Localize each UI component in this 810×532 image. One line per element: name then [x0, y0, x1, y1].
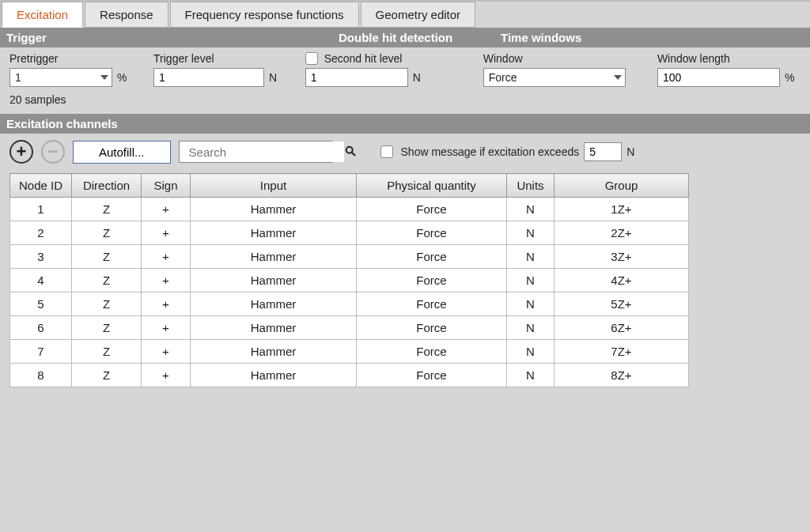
cell-units[interactable]: N — [507, 364, 555, 387]
cell-dir[interactable]: Z — [72, 364, 142, 387]
table-row[interactable]: 2Z+HammerForceN2Z+ — [10, 221, 689, 245]
window-group: Window Force — [483, 52, 642, 106]
band-double-hit: Double hit detection — [339, 31, 469, 44]
cell-dir[interactable]: Z — [72, 340, 142, 364]
cell-node[interactable]: 8 — [10, 364, 72, 387]
search-box[interactable] — [179, 141, 333, 163]
cell-sign[interactable]: + — [142, 245, 191, 269]
cell-group[interactable]: 6Z+ — [555, 316, 689, 340]
window-length-unit: % — [785, 71, 794, 84]
cell-dir[interactable]: Z — [72, 292, 142, 316]
th-input[interactable]: Input — [191, 174, 357, 198]
cell-group[interactable]: 8Z+ — [555, 364, 689, 387]
excitation-toolbar: + − Autofill... Show message if excitati… — [0, 134, 810, 173]
cell-units[interactable]: N — [507, 245, 555, 269]
cell-sign[interactable]: + — [142, 364, 191, 387]
cell-sign[interactable]: + — [142, 269, 191, 292]
cell-units[interactable]: N — [507, 316, 555, 340]
th-direction[interactable]: Direction — [72, 174, 142, 198]
cell-input[interactable]: Hammer — [191, 269, 357, 292]
trigger-level-label: Trigger level — [153, 52, 290, 65]
search-input[interactable] — [184, 141, 344, 162]
cell-sign[interactable]: + — [142, 198, 191, 221]
cell-pq[interactable]: Force — [357, 340, 507, 364]
cell-sign[interactable]: + — [142, 316, 191, 340]
tab-excitation[interactable]: Excitation — [2, 2, 83, 28]
cell-pq[interactable]: Force — [357, 316, 507, 340]
cell-sign[interactable]: + — [142, 292, 191, 316]
cell-node[interactable]: 2 — [10, 221, 72, 245]
minus-icon: − — [48, 141, 59, 162]
th-group[interactable]: Group — [555, 174, 689, 198]
cell-node[interactable]: 1 — [10, 198, 72, 221]
cell-units[interactable]: N — [507, 340, 555, 364]
band-time-windows: Time windows — [501, 31, 581, 44]
table-row[interactable]: 3Z+HammerForceN3Z+ — [10, 245, 689, 269]
cell-sign[interactable]: + — [142, 340, 191, 364]
cell-input[interactable]: Hammer — [191, 292, 357, 316]
cell-node[interactable]: 7 — [10, 340, 72, 364]
cell-node[interactable]: 4 — [10, 269, 72, 292]
pretrigger-subtext: 20 samples — [9, 93, 138, 106]
cell-pq[interactable]: Force — [357, 269, 507, 292]
trigger-area: Pretrigger 1 % 20 samples Trigger level … — [0, 47, 810, 114]
table-row[interactable]: 1Z+HammerForceN1Z+ — [10, 198, 689, 221]
cell-group[interactable]: 2Z+ — [555, 221, 689, 245]
second-hit-checkbox[interactable] — [305, 52, 318, 65]
cell-group[interactable]: 1Z+ — [555, 198, 689, 221]
pretrigger-value: 1 — [15, 71, 21, 84]
cell-pq[interactable]: Force — [357, 198, 507, 221]
cell-input[interactable]: Hammer — [191, 245, 357, 269]
add-button[interactable]: + — [9, 140, 33, 164]
table-row[interactable]: 6Z+HammerForceN6Z+ — [10, 316, 689, 340]
cell-group[interactable]: 7Z+ — [555, 340, 689, 364]
window-label: Window — [483, 52, 642, 65]
second-hit-input[interactable] — [305, 68, 408, 87]
cell-dir[interactable]: Z — [72, 269, 142, 292]
cell-input[interactable]: Hammer — [191, 340, 357, 364]
th-sign[interactable]: Sign — [142, 174, 191, 198]
cell-units[interactable]: N — [507, 292, 555, 316]
cell-units[interactable]: N — [507, 269, 555, 292]
cell-input[interactable]: Hammer — [191, 316, 357, 340]
pretrigger-select[interactable]: 1 — [9, 68, 112, 87]
exceed-value-input[interactable] — [584, 142, 622, 161]
cell-dir[interactable]: Z — [72, 221, 142, 245]
cell-input[interactable]: Hammer — [191, 198, 357, 221]
cell-dir[interactable]: Z — [72, 316, 142, 340]
cell-pq[interactable]: Force — [357, 292, 507, 316]
cell-dir[interactable]: Z — [72, 198, 142, 221]
cell-node[interactable]: 3 — [10, 245, 72, 269]
tab-geometry[interactable]: Geometry editor — [361, 2, 476, 28]
th-units[interactable]: Units — [507, 174, 555, 198]
tab-frf[interactable]: Frequency response functions — [170, 2, 359, 28]
cell-input[interactable]: Hammer — [191, 364, 357, 387]
cell-pq[interactable]: Force — [357, 245, 507, 269]
cell-dir[interactable]: Z — [72, 245, 142, 269]
window-length-input[interactable] — [657, 68, 780, 87]
th-pq[interactable]: Physical quantity — [357, 174, 507, 198]
cell-node[interactable]: 6 — [10, 316, 72, 340]
cell-pq[interactable]: Force — [357, 364, 507, 387]
tab-response[interactable]: Response — [85, 2, 168, 28]
table-row[interactable]: 4Z+HammerForceN4Z+ — [10, 269, 689, 292]
cell-sign[interactable]: + — [142, 221, 191, 245]
window-select[interactable]: Force — [483, 68, 626, 87]
cell-units[interactable]: N — [507, 221, 555, 245]
cell-pq[interactable]: Force — [357, 221, 507, 245]
cell-group[interactable]: 4Z+ — [555, 269, 689, 292]
section-band-excitation: Excitation channels — [0, 114, 810, 134]
window-value: Force — [489, 71, 517, 84]
exceed-checkbox[interactable] — [380, 145, 393, 158]
table-row[interactable]: 7Z+HammerForceN7Z+ — [10, 340, 689, 364]
table-row[interactable]: 5Z+HammerForceN5Z+ — [10, 292, 689, 316]
cell-input[interactable]: Hammer — [191, 221, 357, 245]
cell-node[interactable]: 5 — [10, 292, 72, 316]
autofill-button[interactable]: Autofill... — [73, 141, 171, 164]
trigger-level-input[interactable] — [153, 68, 264, 87]
cell-group[interactable]: 3Z+ — [555, 245, 689, 269]
th-node-id[interactable]: Node ID — [10, 174, 72, 198]
table-row[interactable]: 8Z+HammerForceN8Z+ — [10, 364, 689, 387]
cell-group[interactable]: 5Z+ — [555, 292, 689, 316]
cell-units[interactable]: N — [507, 198, 555, 221]
